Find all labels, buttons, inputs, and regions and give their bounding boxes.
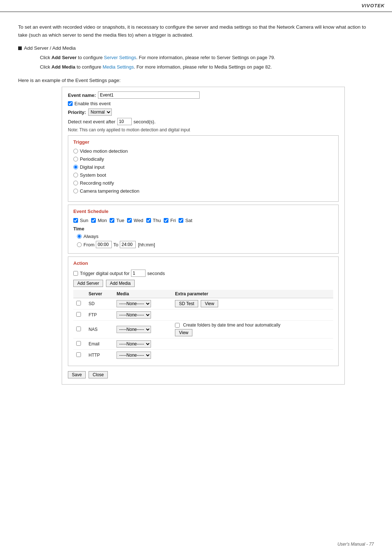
- table-row-http: HTTP -----None-----: [73, 350, 333, 361]
- save-button[interactable]: Save: [68, 371, 86, 378]
- time-always-radio[interactable]: [77, 234, 82, 239]
- day-fri-checkbox[interactable]: [164, 218, 168, 223]
- trigger-digital-output-value[interactable]: [131, 270, 146, 277]
- trigger-section: Trigger Video motion detection Periodica…: [68, 135, 339, 202]
- trigger-digital-output-checkbox[interactable]: [73, 271, 78, 276]
- http-extra-cell: [172, 350, 333, 361]
- detect-suffix: second(s).: [134, 119, 156, 124]
- trigger-periodically-row: Periodically: [73, 156, 333, 162]
- priority-label: Priority:: [68, 110, 86, 115]
- enable-event-checkbox[interactable]: [68, 101, 73, 106]
- brand-name: VIVOTEK: [362, 3, 385, 8]
- day-thu: Thu: [146, 218, 161, 223]
- nas-media-select[interactable]: -----None-----: [117, 326, 151, 333]
- table-row-sd: SD -----None----- SD Test View: [73, 298, 333, 309]
- add-server-button[interactable]: Add Server: [73, 280, 103, 287]
- trigger-digital-output-label: Trigger digital output for: [80, 271, 130, 276]
- trigger-camera-tampering-radio[interactable]: [73, 189, 78, 193]
- time-always-label: Always: [83, 234, 98, 239]
- nas-create-folders-checkbox[interactable]: [175, 323, 180, 328]
- ftp-extra-cell: [172, 309, 333, 321]
- time-from-row: From To [hh:mm]: [77, 241, 333, 248]
- day-sat-label: Sat: [185, 218, 192, 223]
- day-sun-label: Sun: [80, 218, 88, 223]
- close-button[interactable]: Close: [89, 371, 108, 378]
- day-tue-label: Tue: [116, 218, 124, 223]
- ftp-checkbox[interactable]: [76, 312, 81, 317]
- table-row-ftp: FTP -----None-----: [73, 309, 333, 321]
- event-schedule-title: Event Schedule: [73, 209, 333, 214]
- day-tue-checkbox[interactable]: [110, 218, 114, 223]
- event-name-input[interactable]: [98, 91, 200, 99]
- trigger-digital-input-row: Digital input: [73, 164, 333, 170]
- day-sun: Sun: [73, 218, 88, 223]
- day-mon-checkbox[interactable]: [91, 218, 96, 223]
- nas-checkbox[interactable]: [76, 327, 81, 331]
- nas-server-label: NAS: [86, 321, 114, 338]
- trigger-digital-output-row: Trigger digital output for seconds: [73, 270, 333, 277]
- day-thu-label: Thu: [153, 218, 161, 223]
- event-name-label: Event name:: [68, 93, 96, 98]
- trigger-video-motion-radio[interactable]: [73, 149, 78, 153]
- schedule-days-row: Sun Mon Tue Wed Thu: [73, 218, 333, 223]
- day-thu-checkbox[interactable]: [146, 218, 151, 223]
- table-header-server: Server: [86, 290, 114, 298]
- trigger-system-boot-row: System boot: [73, 172, 333, 178]
- ftp-server-label: FTP: [86, 309, 114, 321]
- day-fri-label: Fri: [170, 218, 176, 223]
- email-extra-cell: [172, 338, 333, 350]
- time-from-radio[interactable]: [77, 242, 82, 247]
- page-footer: User's Manual - 77: [338, 542, 374, 547]
- trigger-digital-input-radio[interactable]: [73, 165, 78, 169]
- email-media-select[interactable]: -----None-----: [117, 340, 151, 348]
- trigger-recording-notify-label: Recording notify: [80, 180, 114, 186]
- trigger-system-boot-radio[interactable]: [73, 173, 78, 177]
- time-to-label: To: [113, 242, 118, 247]
- time-label: Time: [73, 226, 333, 231]
- email-server-label: Email: [86, 338, 114, 350]
- trigger-periodically-label: Periodically: [80, 156, 104, 162]
- table-header-media: Media: [114, 290, 172, 298]
- sd-test-button[interactable]: SD Test: [175, 300, 198, 307]
- email-checkbox[interactable]: [76, 341, 81, 346]
- table-row-nas: NAS -----None----- Create folders by dat…: [73, 321, 333, 338]
- add-media-button[interactable]: Add Media: [106, 280, 135, 287]
- media-settings-link[interactable]: Media Settings: [103, 64, 134, 70]
- footer-buttons: Save Close: [68, 371, 339, 378]
- trigger-recording-notify-row: Recording notify: [73, 180, 333, 186]
- trigger-recording-notify-radio[interactable]: [73, 181, 78, 185]
- detect-event-row: Detect next event after second(s).: [68, 118, 339, 125]
- event-name-row: Event name:: [68, 91, 339, 99]
- sd-view-button[interactable]: View: [201, 300, 218, 307]
- detect-value-input[interactable]: [117, 118, 132, 125]
- trigger-video-motion-label: Video motion detection: [80, 148, 128, 154]
- server-settings-link[interactable]: Server Settings: [104, 55, 136, 60]
- trigger-title: Trigger: [73, 139, 333, 145]
- day-sun-checkbox[interactable]: [73, 218, 78, 223]
- trigger-digital-output-suffix: seconds: [147, 271, 165, 276]
- day-sat: Sat: [179, 218, 192, 223]
- nas-extra-cell: Create folders by date time and hour aut…: [172, 321, 333, 338]
- sd-checkbox[interactable]: [76, 301, 81, 305]
- add-section-title: Add Server / Add Media: [24, 45, 76, 51]
- day-sat-checkbox[interactable]: [179, 218, 183, 223]
- trigger-camera-tampering-row: Camera tampering detection: [73, 188, 333, 194]
- sd-server-label: SD: [86, 298, 114, 309]
- add-section-header: Add Server / Add Media: [18, 45, 374, 51]
- nas-view-button[interactable]: View: [175, 329, 192, 336]
- day-tue: Tue: [110, 218, 124, 223]
- sd-media-select[interactable]: -----None-----: [117, 300, 151, 307]
- http-media-select[interactable]: -----None-----: [117, 352, 151, 359]
- event-schedule-section: Event Schedule Sun Mon Tue Wed: [68, 205, 339, 254]
- http-checkbox[interactable]: [76, 352, 81, 357]
- day-wed-label: Wed: [134, 218, 143, 223]
- time-to-input[interactable]: [120, 241, 136, 248]
- table-header-checkbox-col: [73, 290, 86, 298]
- day-wed-checkbox[interactable]: [127, 218, 132, 223]
- ftp-media-select[interactable]: -----None-----: [117, 311, 151, 319]
- table-row-email: Email -----None-----: [73, 338, 333, 350]
- time-from-input[interactable]: [96, 241, 112, 248]
- action-title: Action: [73, 260, 333, 266]
- priority-select[interactable]: Normal High Low: [88, 108, 112, 116]
- trigger-periodically-radio[interactable]: [73, 157, 78, 161]
